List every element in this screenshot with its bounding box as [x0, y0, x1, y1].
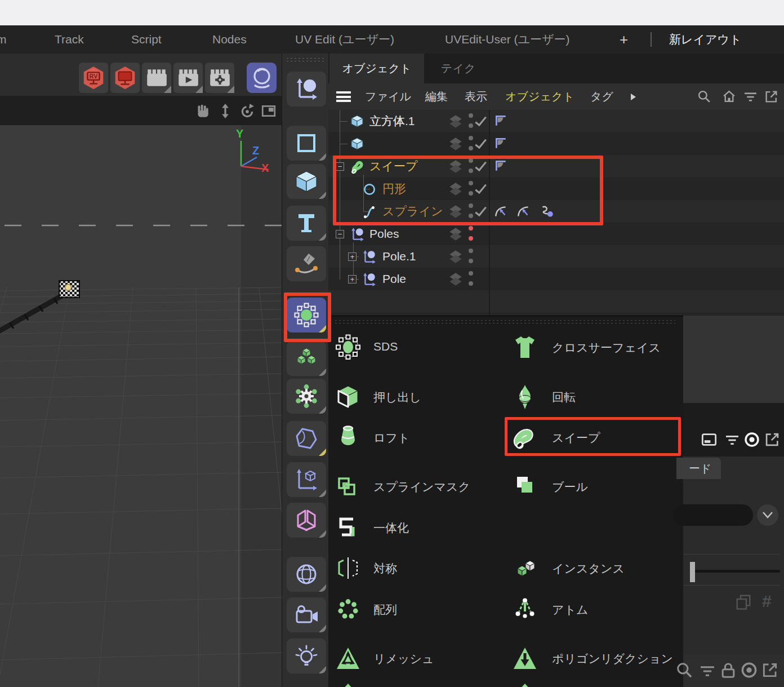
layer-icon[interactable] — [448, 272, 463, 287]
layer-icon[interactable] — [448, 114, 463, 129]
mode-tab-partial[interactable]: ード — [676, 458, 721, 479]
menu-object[interactable]: オブジェクト — [505, 83, 574, 110]
enable-check-icon[interactable] — [475, 116, 487, 127]
search-icon[interactable] — [676, 662, 694, 680]
popout-icon[interactable] — [764, 432, 780, 447]
visibility-dot-red[interactable] — [469, 226, 473, 231]
deformer-tool[interactable] — [287, 379, 326, 414]
layout-tab-uvedit-user[interactable]: UVEdit-User (ユーザー) — [445, 25, 570, 54]
rotate-icon[interactable] — [239, 103, 255, 119]
menu-item-array[interactable]: 配列 — [373, 602, 397, 618]
new-layout-button[interactable]: 新レイアウト — [669, 25, 741, 54]
tab-objects[interactable]: オブジェクト — [329, 54, 424, 83]
light-tool[interactable] — [287, 639, 326, 673]
tab-take[interactable]: テイク — [441, 54, 475, 83]
text-tool[interactable] — [287, 206, 326, 241]
symmetry-tool[interactable] — [287, 503, 326, 538]
menu-item-spline-mask[interactable]: スプラインマスク — [373, 479, 470, 495]
window-layout-icon[interactable] — [701, 432, 717, 447]
visibility-dot[interactable] — [469, 123, 473, 128]
menu-item-boole[interactable]: ブール — [552, 479, 588, 495]
phong-tag-icon[interactable] — [494, 114, 507, 127]
filter-icon[interactable] — [743, 91, 758, 103]
layout-tab-track[interactable]: Track — [55, 25, 84, 54]
zoom-arrows-icon[interactable] — [217, 103, 233, 119]
magic-preview-button[interactable] — [247, 63, 277, 93]
volume-tool[interactable] — [287, 341, 326, 376]
menu-item-loft[interactable]: ロフト — [373, 430, 409, 446]
menu-item-connect[interactable]: 一体化 — [373, 520, 409, 536]
palette-grip[interactable] — [286, 57, 326, 63]
camera-tool[interactable] — [287, 597, 326, 632]
layout-tab-partial[interactable]: m — [0, 25, 7, 54]
home-icon[interactable] — [722, 90, 736, 104]
object-row-label[interactable]: Pole.1 — [382, 245, 416, 268]
menu-edit[interactable]: 編集 — [425, 83, 448, 110]
render-picture-viewer-button[interactable] — [110, 63, 140, 93]
preset-dropdown[interactable] — [673, 504, 753, 526]
add-layout-button[interactable]: + — [620, 25, 628, 54]
layer-icon[interactable] — [448, 137, 463, 152]
pen-tool[interactable] — [287, 246, 326, 281]
menu-tearoff-grip[interactable] — [334, 319, 675, 325]
popout-icon[interactable] — [761, 662, 778, 679]
primitive-cube-tool[interactable] — [287, 164, 326, 199]
render-play-button[interactable] — [173, 63, 203, 93]
expand-chevron-button[interactable] — [757, 504, 778, 526]
search-icon[interactable] — [697, 90, 711, 104]
layout-tab-script[interactable]: Script — [131, 25, 162, 54]
filter-icon[interactable] — [699, 664, 716, 678]
environment-tool[interactable] — [287, 557, 326, 592]
enable-check-icon[interactable] — [475, 138, 487, 150]
maximize-view-icon[interactable] — [261, 103, 277, 119]
visibility-dot[interactable] — [469, 136, 473, 140]
layer-icon[interactable] — [448, 227, 463, 242]
menu-item-remesh[interactable]: リメッシュ — [373, 651, 434, 667]
menu-item-cloth-surface[interactable]: クロスサーフェイス — [552, 340, 661, 356]
visibility-dot[interactable] — [469, 259, 473, 263]
light-sprite[interactable] — [59, 281, 79, 298]
menu-view[interactable]: 表示 — [465, 83, 487, 110]
visibility-dot[interactable] — [469, 271, 473, 276]
layout-tab-uvedit[interactable]: UV Edit (ユーザー) — [295, 25, 394, 54]
menu-item-symmetry[interactable]: 対称 — [373, 561, 397, 577]
menu-item-lathe[interactable]: 回転 — [552, 389, 576, 405]
menu-item-polygon-reduction[interactable]: ポリゴンリダクション — [552, 651, 673, 667]
object-row-label[interactable]: 立方体 — [369, 110, 405, 132]
render-settings-button[interactable] — [205, 63, 234, 93]
null-axis-tool[interactable] — [287, 72, 326, 107]
phong-tag-icon[interactable] — [494, 136, 507, 150]
menu-tag[interactable]: タグ — [590, 83, 613, 110]
expand-expander[interactable]: + — [348, 275, 357, 283]
visibility-dot[interactable] — [469, 113, 473, 118]
filter-icon[interactable] — [724, 434, 740, 446]
workplane-tool[interactable] — [287, 462, 326, 497]
menu-file[interactable]: ファイル — [365, 83, 411, 110]
menu-more-arrow-icon[interactable] — [630, 93, 636, 101]
expand-expander[interactable]: + — [348, 252, 357, 261]
layout-tab-nodes[interactable]: Nodes — [212, 25, 247, 54]
record-icon[interactable] — [740, 661, 758, 679]
copy-icon[interactable] — [735, 593, 752, 610]
object-row-label[interactable]: Pole — [382, 268, 406, 290]
team-render-button[interactable] — [142, 63, 171, 93]
slider-handle[interactable] — [690, 562, 695, 582]
visibility-dot[interactable] — [469, 281, 473, 286]
record-icon[interactable] — [743, 431, 760, 448]
pan-hand-icon[interactable] — [194, 103, 210, 119]
visibility-dot-red[interactable] — [469, 236, 473, 241]
menu-item-instance[interactable]: インスタンス — [552, 561, 625, 577]
object-row-label[interactable]: Poles — [369, 223, 399, 245]
viewport-canvas[interactable]: Y Z X — [0, 125, 282, 687]
spline-primitive-tool[interactable] — [287, 126, 326, 161]
collapse-expander[interactable]: − — [336, 230, 344, 238]
menu-item-sds[interactable]: SDS — [373, 340, 398, 353]
hash-icon[interactable]: # — [762, 592, 772, 611]
visibility-dot[interactable] — [469, 146, 473, 150]
menu-item-extrude[interactable]: 押し出し — [373, 389, 421, 405]
menu-item-atom-array[interactable]: アトム — [552, 602, 588, 618]
visibility-dot[interactable] — [469, 249, 473, 253]
layer-icon[interactable] — [448, 250, 463, 264]
hamburger-icon[interactable] — [336, 91, 351, 102]
lock-icon[interactable] — [719, 661, 737, 679]
